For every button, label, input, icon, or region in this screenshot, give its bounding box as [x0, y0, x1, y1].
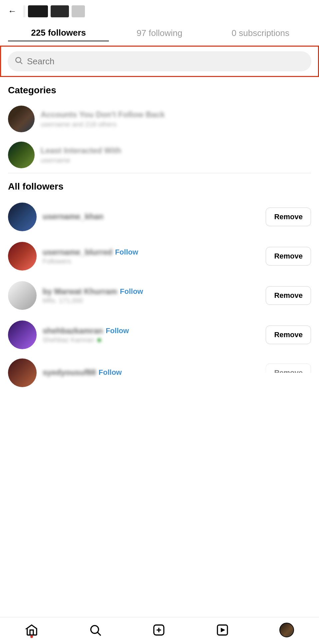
- follower-name-row-2: username_blurred Follow: [43, 248, 260, 257]
- follower-name-4: shehbazkamran: [43, 326, 103, 335]
- username-block-1: [23, 5, 25, 17]
- follower-name-row-5: syedyousuf88 Follow: [43, 368, 260, 377]
- stats-tabs: 225 followers 97 following 0 subscriptio…: [0, 21, 319, 46]
- search-box[interactable]: [8, 51, 311, 71]
- follower-avatar-5: [8, 358, 37, 387]
- follower-name-1: username_khan: [43, 212, 104, 221]
- subscriptions-label: subscriptions: [239, 28, 289, 38]
- follower-item-1: username_khan Remove: [0, 197, 319, 237]
- follower-name-2: username_blurred: [43, 248, 112, 257]
- follower-name-row-1: username_khan: [43, 212, 260, 221]
- category-sub-2: username: [41, 157, 311, 164]
- categories-section-title: Categories: [0, 77, 319, 101]
- follower-sub-3: Mfts. 171,000: [43, 297, 260, 305]
- home-dot: [30, 635, 33, 638]
- category-name-2: Least Interacted With: [41, 146, 311, 155]
- following-count: 97: [137, 28, 146, 38]
- follower-name-row-4: shehbazkamran Follow: [43, 326, 260, 335]
- follower-name-row-3: by Marwat Khurram Follow: [43, 287, 260, 296]
- nav-profile[interactable]: [279, 623, 294, 637]
- follow-button-5[interactable]: Follow: [99, 368, 122, 377]
- username-block-4: [72, 5, 85, 17]
- tab-followers[interactable]: 225 followers: [8, 25, 109, 41]
- home-icon: [25, 623, 38, 637]
- followers-count: 225: [31, 28, 45, 38]
- follower-info-2: username_blurred Follow Followers: [43, 248, 260, 265]
- follower-item-3: by Marwat Khurram Follow Mfts. 171,000 R…: [0, 276, 319, 315]
- follower-info-1: username_khan: [43, 212, 260, 222]
- follower-avatar-4: [8, 321, 37, 349]
- bottom-nav: [0, 617, 319, 644]
- remove-button-3[interactable]: Remove: [266, 286, 311, 305]
- subscriptions-count: 0: [232, 28, 236, 38]
- category-item-2[interactable]: Least Interacted With username: [0, 137, 319, 173]
- follower-avatar-2: [8, 242, 37, 271]
- follow-button-3[interactable]: Follow: [120, 287, 143, 296]
- tab-subscriptions[interactable]: 0 subscriptions: [210, 25, 311, 41]
- follower-sub-4: Shehbaz Kamran: [43, 336, 260, 344]
- create-icon: [152, 623, 165, 637]
- follower-item-5: syedyousuf88 Follow Remove: [0, 354, 319, 391]
- nav-reels[interactable]: [216, 623, 229, 637]
- follower-info-4: shehbazkamran Follow Shehbaz Kamran: [43, 326, 260, 344]
- remove-button-1[interactable]: Remove: [266, 208, 311, 226]
- search-input[interactable]: [27, 56, 305, 67]
- svg-marker-8: [221, 628, 225, 632]
- follower-item-2: username_blurred Follow Followers Remove: [0, 237, 319, 276]
- following-label: following: [149, 28, 182, 38]
- follower-avatar-1: [8, 203, 37, 231]
- svg-line-1: [20, 62, 22, 64]
- category-avatar-2: [8, 142, 35, 168]
- remove-button-2[interactable]: Remove: [266, 247, 311, 266]
- tab-following[interactable]: 97 following: [109, 25, 210, 41]
- follower-info-5: syedyousuf88 Follow: [43, 368, 260, 378]
- username-display: [23, 5, 85, 17]
- remove-button-5[interactable]: Remove: [266, 363, 311, 382]
- back-button[interactable]: ←: [7, 5, 18, 18]
- follower-avatar-3: [8, 281, 37, 310]
- username-block-2: [28, 5, 48, 17]
- category-text-2: Least Interacted With username: [41, 146, 311, 164]
- search-container: [0, 46, 319, 77]
- followers-label: followers: [48, 28, 86, 38]
- header: ←: [0, 0, 319, 21]
- follower-name-3: by Marwat Khurram: [43, 287, 117, 296]
- follower-name-5: syedyousuf88: [43, 368, 96, 377]
- nav-search[interactable]: [89, 623, 102, 637]
- follower-info-3: by Marwat Khurram Follow Mfts. 171,000: [43, 287, 260, 305]
- svg-point-0: [16, 57, 21, 62]
- nav-create[interactable]: [152, 623, 165, 637]
- follow-button-2[interactable]: Follow: [115, 248, 138, 257]
- follow-button-4[interactable]: Follow: [106, 326, 129, 335]
- remove-button-4[interactable]: Remove: [266, 325, 311, 344]
- reels-icon: [216, 623, 229, 637]
- active-status-dot: [97, 338, 101, 342]
- search-icon: [14, 56, 23, 67]
- svg-point-2: [91, 626, 99, 633]
- category-avatar-1: [8, 106, 35, 132]
- follower-item-4: shehbazkamran Follow Shehbaz Kamran Remo…: [0, 315, 319, 354]
- all-followers-title: All followers: [0, 173, 319, 197]
- category-item-1[interactable]: Accounts You Don't Follow Back username …: [0, 101, 319, 137]
- category-text-1: Accounts You Don't Follow Back username …: [41, 110, 311, 128]
- category-sub-1: username and 218 others: [41, 121, 311, 128]
- nav-home[interactable]: [25, 623, 38, 637]
- category-name-1: Accounts You Don't Follow Back: [41, 110, 311, 119]
- username-block-3: [51, 5, 69, 17]
- search-nav-icon: [89, 623, 102, 637]
- svg-line-3: [98, 633, 101, 636]
- follower-sub-2: Followers: [43, 258, 260, 265]
- profile-avatar: [279, 623, 294, 637]
